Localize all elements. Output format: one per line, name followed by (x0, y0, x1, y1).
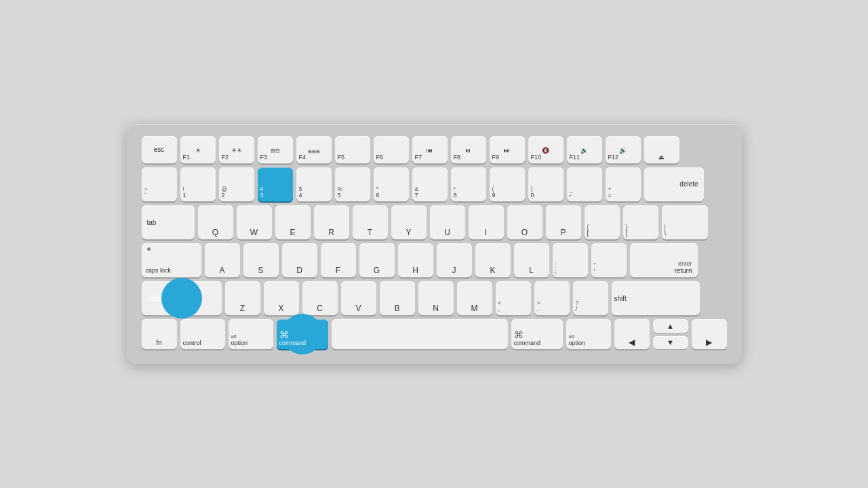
key-command-left[interactable]: ⌘ command (277, 319, 328, 349)
key-semicolon-bottom: ; (555, 268, 557, 274)
key-f12[interactable]: 🔊 F12 (606, 136, 641, 163)
key-f11[interactable]: 🔉 F11 (567, 136, 602, 163)
key-e[interactable]: E (275, 205, 311, 239)
key-delete[interactable]: delete (644, 167, 704, 201)
key-comma[interactable]: < , (496, 281, 531, 315)
key-period[interactable]: > . (534, 281, 570, 315)
key-control[interactable]: control (180, 319, 225, 349)
qwerty-row: tab Q W E R T Y U I O P (142, 205, 727, 239)
key-tab[interactable]: tab (142, 205, 195, 239)
key-option-left-alt: alt (231, 334, 237, 340)
key-h[interactable]: H (398, 243, 433, 277)
key-n[interactable]: N (418, 281, 454, 315)
key-return-label: return (674, 267, 692, 274)
key-z[interactable]: Z (225, 281, 260, 315)
key-1[interactable]: ! 1 (180, 167, 216, 201)
key-s[interactable]: S (243, 243, 279, 277)
key-backslash[interactable]: | \ (662, 205, 708, 239)
key-6-bottom: 6 (376, 192, 380, 199)
key-f5[interactable]: F5 (335, 136, 370, 163)
key-9-top: ( (492, 186, 494, 192)
key-quote[interactable]: " ' (591, 243, 627, 277)
key-shift-right[interactable]: shift (612, 281, 700, 315)
key-r[interactable]: R (314, 205, 349, 239)
key-f12-icon: 🔊 (619, 148, 627, 154)
key-f1-icon: ☀ (195, 148, 201, 154)
key-esc[interactable]: esc (142, 136, 177, 163)
key-fn[interactable]: fn (142, 319, 177, 349)
key-v[interactable]: V (341, 281, 376, 315)
key-f10[interactable]: 🔇 F10 (528, 136, 564, 163)
key-3[interactable]: # 3 (258, 167, 293, 201)
key-p[interactable]: P (546, 205, 581, 239)
key-c[interactable]: C (302, 281, 338, 315)
key-6[interactable]: ^ 6 (374, 167, 409, 201)
key-d-label: D (296, 266, 302, 274)
key-tilde-top: ~ (144, 186, 148, 192)
key-x[interactable]: X (264, 281, 299, 315)
key-tilde[interactable]: ~ ` (142, 167, 177, 201)
key-b[interactable]: B (380, 281, 415, 315)
key-q[interactable]: Q (198, 205, 233, 239)
key-f6[interactable]: F6 (374, 136, 409, 163)
key-bracket-r-bottom: ] (626, 230, 628, 237)
key-d[interactable]: D (282, 243, 317, 277)
key-return[interactable]: enter return (630, 243, 698, 277)
key-f8[interactable]: ⏯ F8 (451, 136, 486, 163)
key-option-right[interactable]: alt option (566, 319, 611, 349)
key-arrow-up[interactable]: ▲ (653, 319, 688, 333)
key-semicolon[interactable]: : ; (553, 243, 588, 277)
key-f2[interactable]: ☀☀ F2 (219, 136, 254, 163)
key-f8-label: F8 (454, 155, 461, 161)
key-f4[interactable]: ⊞⊞⊞ F4 (296, 136, 332, 163)
key-t[interactable]: T (353, 205, 388, 239)
key-f-label: F (336, 266, 340, 274)
key-f[interactable]: F (321, 243, 356, 277)
key-arrow-left[interactable]: ◀ (614, 319, 650, 349)
key-bracket-l[interactable]: { [ (585, 205, 620, 239)
key-f5-label: F5 (338, 155, 345, 161)
key-option-left[interactable]: alt option (229, 319, 273, 349)
key-a[interactable]: A (205, 243, 240, 277)
key-j[interactable]: J (437, 243, 472, 277)
key-bracket-r[interactable]: } ] (623, 205, 658, 239)
key-f3[interactable]: ⊞⊟ F3 (258, 136, 293, 163)
key-6-top: ^ (376, 186, 379, 192)
key-f7[interactable]: ⏮ F7 (412, 136, 448, 163)
key-arrow-down[interactable]: ▼ (653, 336, 688, 350)
key-7[interactable]: & 7 (412, 167, 448, 201)
key-h-label: H (412, 266, 418, 274)
key-0[interactable]: ) 0 (528, 167, 564, 201)
key-command-right[interactable]: ⌘ command (511, 319, 563, 349)
key-f1[interactable]: ☀ F1 (180, 136, 216, 163)
key-8[interactable]: * 8 (451, 167, 486, 201)
key-w[interactable]: W (237, 205, 272, 239)
key-minus[interactable]: _ - (567, 167, 602, 201)
key-4[interactable]: $ 4 (296, 167, 332, 201)
key-5-bottom: 5 (338, 192, 341, 199)
key-l[interactable]: L (514, 243, 549, 277)
key-caps-lock[interactable]: caps lock (142, 243, 201, 277)
key-space[interactable] (332, 319, 508, 349)
key-f1-label: F1 (183, 155, 191, 161)
key-eject[interactable]: ⏏ (644, 136, 679, 163)
key-shift-left[interactable]: shift (142, 281, 222, 315)
key-8-top: * (454, 186, 456, 192)
key-u[interactable]: U (430, 205, 465, 239)
key-5[interactable]: % 5 (335, 167, 370, 201)
key-9[interactable]: ( 9 (490, 167, 525, 201)
key-o[interactable]: O (507, 205, 542, 239)
key-q-label: Q (212, 228, 218, 237)
key-slash[interactable]: ? / (573, 281, 608, 315)
key-f9[interactable]: ⏭ F9 (490, 136, 525, 163)
key-equals[interactable]: + = (606, 167, 641, 201)
key-arrow-right[interactable]: ▶ (692, 319, 727, 349)
key-k[interactable]: K (475, 243, 511, 277)
key-f10-label: F10 (531, 155, 542, 161)
key-g[interactable]: G (359, 243, 395, 277)
caps-lock-indicator (147, 247, 151, 251)
key-2[interactable]: @ 2 (219, 167, 254, 201)
key-y[interactable]: Y (391, 205, 427, 239)
key-m[interactable]: M (457, 281, 492, 315)
key-i[interactable]: I (469, 205, 504, 239)
